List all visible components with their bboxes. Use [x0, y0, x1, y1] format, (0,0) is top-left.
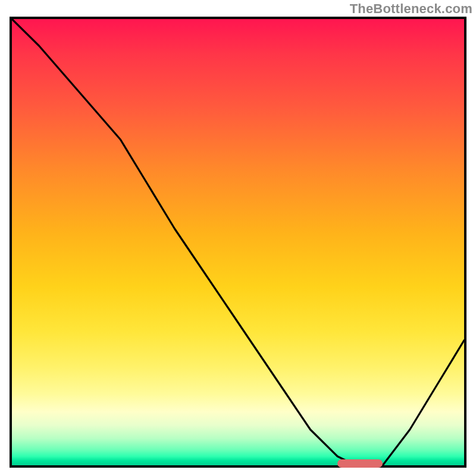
plot-frame [10, 17, 466, 468]
bottleneck-curve [12, 19, 464, 465]
chart-container: TheBottleneck.com [0, 0, 476, 476]
curve-path [12, 19, 464, 465]
watermark-text: TheBottleneck.com [350, 1, 472, 17]
plot-area [12, 19, 464, 465]
optimal-range-marker [337, 459, 383, 468]
